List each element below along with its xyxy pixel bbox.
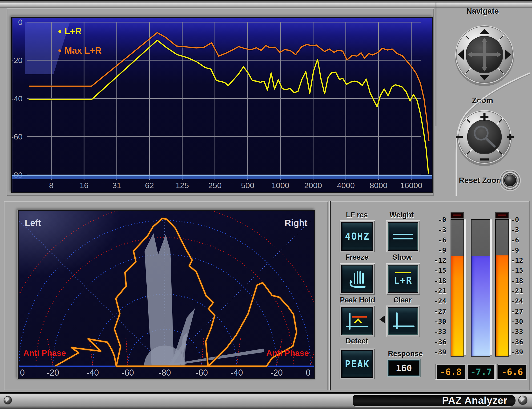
plugin-status-bar: PAZ Analyzer — [0, 392, 532, 409]
detect-button[interactable]: PEAK — [340, 349, 375, 379]
svg-text:0: 0 — [20, 368, 25, 377]
detect-label: Detect — [339, 337, 375, 345]
plugin-name-badge: PAZ Analyzer — [353, 395, 515, 406]
readout-mid: -7.7 — [467, 364, 495, 380]
legend-lr: L+R — [58, 26, 82, 36]
response-label: Response — [384, 349, 427, 358]
lf-res-value: 40HZ — [345, 231, 369, 242]
plugin-title: PAZ Analyzer — [442, 395, 507, 406]
weight-flat-icon — [390, 229, 416, 243]
show-yellow-bar-icon — [395, 272, 411, 273]
level-meter-left — [451, 219, 464, 356]
legend-label-max-lr: Max L+R — [65, 46, 102, 56]
detect-value: PEAK — [345, 359, 369, 370]
peak-hold-button[interactable] — [340, 306, 375, 337]
nav-zoom-cluster — [435, 2, 530, 196]
polar-display: 0-20-40-60-80-60-40-200 Left Right Anti … — [18, 210, 315, 379]
svg-text:0: 0 — [306, 368, 311, 377]
meter-scale-right: -0-3-6 -9-12-15 -18-21-24 -27-30-33 -36-… — [511, 216, 530, 356]
clip-led-right[interactable] — [495, 212, 509, 218]
legend-max-lr: Max L+R — [58, 46, 102, 56]
svg-text:16: 16 — [80, 181, 88, 190]
zoom-knob[interactable] — [456, 110, 514, 166]
lf-res-button[interactable]: 40HZ — [340, 220, 375, 252]
response-value: 160 — [396, 363, 412, 373]
svg-text:-20: -20 — [47, 368, 59, 377]
clear-axes-icon — [389, 311, 417, 332]
svg-text:-40: -40 — [12, 94, 23, 103]
polar-right-label: Right — [285, 218, 307, 228]
svg-text:2000: 2000 — [304, 181, 322, 190]
svg-text:-40: -40 — [231, 368, 243, 377]
svg-text:250: 250 — [208, 181, 222, 190]
antiphase-left-label: Anti Phase — [23, 348, 66, 358]
reset-zoom-button[interactable] — [500, 170, 521, 191]
svg-text:-80: -80 — [159, 368, 171, 377]
readout-right: -6.6 — [497, 364, 527, 380]
link-pointer-icon — [380, 316, 385, 323]
badge-knob-icon[interactable] — [518, 396, 527, 405]
svg-text:-60: -60 — [12, 132, 23, 141]
antiphase-right-label: Anti Phase — [266, 348, 309, 358]
lf-res-label: LF res — [339, 211, 375, 219]
navigate-knob[interactable] — [455, 25, 514, 86]
svg-text:125: 125 — [176, 181, 189, 190]
svg-text:62: 62 — [145, 181, 154, 190]
response-field[interactable]: 160 — [387, 359, 421, 377]
show-label: Show — [386, 253, 418, 262]
clear-label: Clear — [387, 296, 418, 304]
svg-text:-60: -60 — [196, 368, 208, 377]
waves-corner-icon[interactable] — [4, 396, 12, 404]
svg-text:-40: -40 — [87, 368, 99, 377]
clip-led-left[interactable] — [451, 212, 464, 218]
svg-text:-60: -60 — [122, 368, 134, 377]
spectrum-display: 81631621252505001000200040008000160000-2… — [11, 17, 433, 193]
legend-dot-lr — [58, 30, 61, 33]
readout-left: -6.8 — [436, 364, 466, 380]
freeze-hand-icon — [343, 267, 371, 291]
controls-panel: LF res 40HZ Weight Freeze — [329, 201, 530, 391]
freeze-button[interactable] — [340, 263, 375, 295]
show-button[interactable]: L+R — [386, 263, 420, 295]
svg-text:1000: 1000 — [271, 181, 289, 190]
show-value: L+R — [394, 275, 412, 286]
svg-text:16000: 16000 — [400, 181, 423, 190]
svg-text:500: 500 — [241, 181, 255, 190]
svg-text:-20: -20 — [270, 368, 283, 377]
peak-hold-label: Peak Hold — [338, 296, 378, 304]
paz-analyzer-window: 81631621252505001000200040008000160000-2… — [0, 0, 532, 409]
level-meter-mid — [471, 219, 490, 356]
svg-text:0: 0 — [18, 18, 23, 27]
level-meter-right — [495, 219, 509, 356]
meter-scale-left: -0-3-6 -9-12-15 -18-21-24 -27-30-33 -36-… — [427, 216, 446, 356]
svg-text:-20: -20 — [12, 56, 23, 65]
svg-text:4000: 4000 — [337, 181, 355, 190]
spectrum-chart: 81631621252505001000200040008000160000-2… — [12, 18, 432, 192]
legend-label-lr: L+R — [65, 26, 82, 36]
svg-text:31: 31 — [112, 181, 121, 190]
peak-hold-icon — [343, 311, 371, 332]
weight-label: Weight — [386, 211, 418, 219]
clear-button[interactable] — [386, 306, 420, 337]
legend-dot-max-lr — [58, 49, 61, 52]
freeze-label: Freeze — [339, 253, 375, 262]
polar-left-label: Left — [25, 218, 41, 228]
weight-button[interactable] — [386, 220, 420, 252]
svg-text:8000: 8000 — [370, 181, 388, 190]
svg-text:8: 8 — [49, 181, 54, 190]
